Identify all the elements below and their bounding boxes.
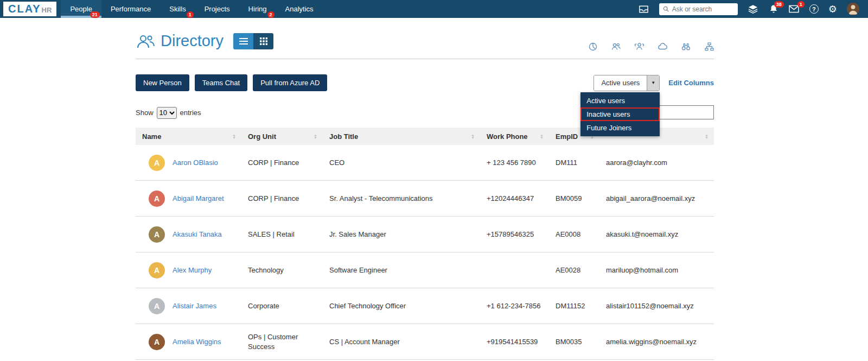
header-label: Org Unit xyxy=(248,132,276,141)
new-person-button[interactable]: New Person xyxy=(136,74,189,91)
avatar[interactable]: A xyxy=(149,334,165,350)
nav-item-skills[interactable]: Skills 1 xyxy=(160,0,195,18)
directory-table: Name ▲▼ Org Unit ▲▼ Job Title ▲▼ Work Ph… xyxy=(136,128,714,360)
email-cell: mariluop@hotmail.com xyxy=(599,261,714,280)
toolbar-right: Active users ▼ Active users Inactive use… xyxy=(593,75,714,91)
name-cell: A Aaron OBlasio xyxy=(136,150,241,175)
pull-azure-ad-button[interactable]: Pull from Azure AD xyxy=(253,74,327,91)
chevron-down-icon[interactable]: ▼ xyxy=(647,75,659,91)
email-cell: akasuki.t@noemail.xyz xyxy=(599,225,714,244)
name-cell: A Amelia Wiggins xyxy=(136,330,241,354)
email-cell: amelia.wiggins@noemail.xyz xyxy=(599,333,714,351)
empid-cell: AE0008 xyxy=(549,225,599,244)
main-nav: People 21 Performance Skills 1 Projects … xyxy=(61,0,322,18)
topbar-right-icons: 38 1 ? ⚙ xyxy=(639,3,868,15)
table-row: A Abigail Margaret CORP | Finance Sr. An… xyxy=(136,181,714,217)
nav-label: Analytics xyxy=(285,5,314,13)
modules-stack-icon[interactable] xyxy=(748,4,758,15)
table-row: A Aaron OBlasio CORP | Finance CEO + 123… xyxy=(136,145,714,181)
nav-label: Performance xyxy=(111,5,151,13)
person-name-link[interactable]: Alistair James xyxy=(173,302,216,310)
work-phone-cell: +15789546325 xyxy=(480,225,549,244)
name-cell: A Akasuki Tanaka xyxy=(136,222,241,247)
nav-item-analytics[interactable]: Analytics xyxy=(276,0,323,18)
edit-columns-link[interactable]: Edit Columns xyxy=(668,79,714,87)
org-unit-cell: CORP | Finance xyxy=(241,189,323,208)
sort-icon: ▲▼ xyxy=(232,134,236,140)
nav-label: Projects xyxy=(205,5,230,13)
person-name-link[interactable]: Alex Murphy xyxy=(173,266,212,274)
user-filter-menu: Active users Inactive users Future Joine… xyxy=(580,92,660,136)
notifications-badge: 38 xyxy=(774,1,784,8)
person-name-link[interactable]: Akasuki Tanaka xyxy=(173,230,222,238)
empid-cell: BM0035 xyxy=(549,333,599,351)
name-cell: A Alistair James xyxy=(136,294,241,319)
nav-item-hiring[interactable]: Hiring 2 xyxy=(239,0,276,18)
sort-icon: ▲▼ xyxy=(540,134,544,140)
empid-cell: DM11152 xyxy=(549,297,599,315)
avatar[interactable]: A xyxy=(149,155,165,171)
nav-item-projects[interactable]: Projects xyxy=(195,0,239,18)
hiring-count-badge: 2 xyxy=(267,11,275,18)
messages-envelope-icon[interactable]: 1 xyxy=(789,4,800,15)
user-filter-value: Active users xyxy=(594,75,647,91)
people-group-icon[interactable] xyxy=(635,42,644,51)
menu-item-future-joiners[interactable]: Future Joiners xyxy=(580,121,660,135)
actions-toolbar: New Person Teams Chat Pull from Azure AD… xyxy=(136,74,714,91)
show-label: Show xyxy=(136,109,154,117)
org-chart-icon[interactable] xyxy=(705,42,714,51)
menu-item-active-users[interactable]: Active users xyxy=(580,94,660,107)
menu-item-inactive-users[interactable]: Inactive users xyxy=(580,107,660,121)
team-members-icon[interactable] xyxy=(611,42,621,51)
user-filter-dropdown[interactable]: Active users ▼ xyxy=(593,75,660,91)
job-title-cell: Jr. Sales Manager xyxy=(323,225,480,244)
page-title: Directory xyxy=(161,32,224,50)
grid-view-button[interactable] xyxy=(253,33,273,49)
pie-chart-icon[interactable] xyxy=(589,42,597,51)
person-name-link[interactable]: Amelia Wiggins xyxy=(173,338,221,346)
list-view-button[interactable] xyxy=(233,33,253,49)
work-phone-cell xyxy=(480,266,549,275)
skills-count-badge: 1 xyxy=(187,11,194,18)
avatar[interactable]: A xyxy=(149,298,165,314)
header-job-title[interactable]: Job Title ▲▼ xyxy=(323,128,480,145)
directory-page: Directory xyxy=(136,29,714,360)
global-search-box xyxy=(659,3,738,15)
header-work-phone[interactable]: Work Phone ▲▼ xyxy=(480,128,549,145)
inbox-tray-icon[interactable] xyxy=(639,4,649,15)
binoculars-icon[interactable] xyxy=(681,42,691,51)
header-name[interactable]: Name ▲▼ xyxy=(136,128,241,145)
page-size-select[interactable]: 10 xyxy=(157,107,177,119)
global-search-input[interactable] xyxy=(672,5,735,13)
avatar[interactable]: A xyxy=(149,191,165,207)
directory-header: Directory xyxy=(136,29,714,53)
view-toggle xyxy=(233,33,273,49)
cloud-icon[interactable] xyxy=(658,42,667,51)
email-cell: abigail_aarora@noemail.xyz xyxy=(599,189,714,208)
avatar[interactable]: A xyxy=(149,262,165,278)
help-icon[interactable]: ? xyxy=(809,4,819,14)
job-title-cell: Software Engineer xyxy=(323,261,480,280)
org-unit-cell: OPs | Customer Success xyxy=(241,328,323,356)
entries-label: entries xyxy=(180,109,201,117)
avatar[interactable]: A xyxy=(149,226,165,243)
table-row: A Alistair James Corporate Chief Technol… xyxy=(136,288,714,324)
person-name-link[interactable]: Abigail Margaret xyxy=(173,194,224,202)
person-name-link[interactable]: Aaron OBlasio xyxy=(173,159,218,167)
work-phone-cell: +919541415539 xyxy=(480,333,549,351)
user-avatar[interactable] xyxy=(847,3,859,15)
header-label: Name xyxy=(142,132,161,141)
nav-item-people[interactable]: People 21 xyxy=(61,0,101,18)
logo-text-main: CLAY xyxy=(8,2,41,16)
job-title-cell: Sr. Analyst - Telecommunications xyxy=(323,189,480,208)
email-cell: aarora@clayhr.com xyxy=(599,154,714,172)
name-cell: A Alex Murphy xyxy=(136,258,241,283)
settings-gear-icon[interactable]: ⚙ xyxy=(828,4,837,14)
clayhr-logo[interactable]: CLAY HR xyxy=(3,2,56,16)
header-org-unit[interactable]: Org Unit ▲▼ xyxy=(241,128,323,145)
notifications-bell-icon[interactable]: 38 xyxy=(768,4,779,15)
nav-item-performance[interactable]: Performance xyxy=(101,0,160,18)
teams-chat-button[interactable]: Teams Chat xyxy=(195,74,247,91)
messages-badge: 1 xyxy=(797,1,805,8)
header-label: Job Title xyxy=(329,132,358,141)
